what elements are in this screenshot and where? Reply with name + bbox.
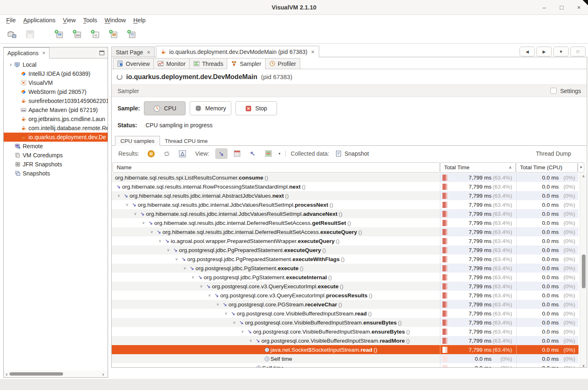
stop-sample-button[interactable]: Stop (235, 101, 277, 115)
row-name-cell[interactable]: Self time (112, 354, 440, 363)
row-name-cell[interactable]: ∨ ↘ org.postgresql.jdbc.PgStatement.exec… (112, 264, 440, 273)
table-row[interactable]: org.hibernate.sql.results.spi.ListResult… (112, 173, 579, 182)
scroll-tabs-right-button[interactable]: ▶ (536, 47, 552, 56)
menu-applications[interactable]: Applications (19, 16, 59, 24)
row-name-cell[interactable]: ∨ ↘ org.postgresql.jdbc.PgPreparedStatem… (112, 245, 440, 255)
vertical-scrollbar[interactable]: ∧ ∨ (580, 173, 587, 368)
table-row[interactable]: ∨ ↘ org.postgresql.core.v3.QueryExecutor… (112, 291, 579, 300)
table-row[interactable]: ∨ ↘ org.postgresql.jdbc.PgPreparedStatem… (112, 255, 579, 264)
tab-overview[interactable]: iOverview (113, 58, 154, 69)
refresh-results-button[interactable] (161, 148, 173, 159)
pause-results-button[interactable] (145, 148, 158, 159)
expander-chevron-icon[interactable]: ∨ (198, 284, 205, 288)
expander-chevron-icon[interactable]: ∨ (156, 239, 164, 243)
row-name-cell[interactable]: ∨ ↘ org.postgresql.core.VisibleBufferedI… (112, 327, 440, 336)
expander-chevron-icon[interactable]: ∨ (222, 311, 230, 315)
row-name-cell[interactable]: org.hibernate.sql.results.spi.ListResult… (112, 173, 440, 182)
tab-profiler[interactable]: Profiler (265, 58, 300, 69)
expander-chevron-icon[interactable]: ∨ (123, 203, 131, 207)
table-row[interactable]: ∨ ↘ org.postgresql.core.VisibleBufferedI… (112, 309, 579, 318)
take-thread-dump-icon[interactable]: 01 (90, 29, 101, 40)
row-name-cell[interactable]: ∨ ↘ org.hibernate.sql.results.jdbc.inter… (112, 227, 440, 236)
tab-thread-cpu-time[interactable]: Thread CPU time (160, 136, 213, 146)
take-heap-dump-icon[interactable] (108, 29, 119, 40)
row-name-cell[interactable]: ↘ org.hibernate.sql.results.internal.Row… (112, 182, 440, 191)
table-row[interactable]: ∨ ↘ org.postgresql.core.v3.QueryExecutor… (112, 282, 579, 291)
expander-chevron-icon[interactable]: ∨ (230, 320, 238, 325)
sidebar-item-remote[interactable]: Remote (4, 142, 108, 151)
expander-chevron-icon[interactable]: ∨ (115, 194, 122, 198)
close-tab-icon[interactable]: × (147, 49, 150, 56)
sidebar-item-com-intellij-database-remote-re[interactable]: com.intellij.database.remote.Re (4, 124, 108, 133)
scrollbar-thumb[interactable] (582, 255, 586, 288)
menu-file[interactable]: File (2, 16, 19, 24)
minimize-sidebar-icon[interactable] (99, 51, 104, 55)
table-row[interactable]: ∨ ↘ org.postgresql.core.VisibleBufferedI… (112, 336, 579, 345)
menu-window[interactable]: Window (101, 16, 130, 24)
row-name-cell[interactable]: ∨ ↘ io.agroal.pool.wrapper.PreparedState… (112, 236, 440, 245)
column-header-name[interactable]: Name (113, 162, 440, 173)
sidebar-item-vm-coredumps[interactable]: VM Coredumps (4, 151, 108, 160)
combined-view-button[interactable] (262, 148, 275, 159)
sidebar-item-io-quarkus-deployment-dev-de[interactable]: io.quarkus.deployment.dev.De (4, 133, 108, 142)
table-row[interactable]: ∨ ↘ org.postgresql.core.VisibleBufferedI… (112, 327, 579, 336)
menu-view[interactable]: View (59, 16, 80, 24)
column-chooser-button[interactable]: ▾ (578, 162, 584, 173)
close-sidebar-tab-icon[interactable]: × (42, 50, 46, 56)
cpu-sample-button[interactable]: CPU (144, 101, 186, 115)
doc-tab-io-quarkus-deployment-dev-devmod[interactable]: io.quarkus.deployment.dev.DevModeMain (p… (156, 46, 319, 57)
scrollbar-thumb[interactable] (9, 372, 63, 376)
row-name-cell[interactable]: ∨ ↘ org.hibernate.sql.results.jdbc.inter… (112, 209, 440, 218)
load-snapshot-icon[interactable] (7, 29, 17, 40)
sidebar-item-snapshots[interactable]: Snapshots (4, 169, 108, 178)
maximize-view-button[interactable]: □ (570, 47, 586, 56)
row-name-cell[interactable]: ∨ ↘ org.postgresql.core.v3.QueryExecutor… (112, 282, 440, 291)
maximize-button[interactable]: □ (558, 4, 565, 11)
row-name-cell[interactable]: ∨ ↘ org.postgresql.core.VisibleBufferedI… (112, 309, 440, 318)
scroll-left-icon[interactable]: ‹ (4, 371, 9, 377)
forward-calls-view-button[interactable]: ↘ (215, 148, 228, 159)
table-row-selected[interactable]: java.net.Socket$SocketInputStream.read (… (112, 345, 579, 354)
row-name-cell[interactable]: ∨ ↘ org.postgresql.core.v3.QueryExecutor… (112, 291, 440, 300)
sidebar-item-webstorm-pid-28057[interactable]: WebStorm (pid 28057) (4, 87, 108, 96)
table-row[interactable]: ∨ ↘ org.postgresql.core.PGStream.receive… (112, 300, 579, 309)
doc-tab-start-page[interactable]: Start Page× (111, 47, 155, 57)
sidebar-horizontal-scrollbar[interactable]: ‹ › (4, 371, 108, 377)
sidebar-item-org-jetbrains-jps-cmdline-laun[interactable]: org.jetbrains.jps.cmdline.Laun (4, 114, 108, 124)
row-name-cell[interactable]: ∨ ↘ org.hibernate.sql.results.jdbc.inter… (112, 191, 440, 200)
table-row[interactable]: ∨ ↘ org.hibernate.sql.results.jdbc.inter… (112, 218, 579, 227)
delta-results-button[interactable] (176, 148, 189, 159)
expander-chevron-icon[interactable]: ∨ (247, 339, 254, 343)
hotspots-table-view-button[interactable] (231, 148, 243, 159)
close-button[interactable]: × (576, 4, 582, 11)
row-name-cell[interactable]: ∨ ↘ org.postgresql.jdbc.PgPreparedStatem… (112, 255, 440, 264)
scroll-down-icon[interactable]: ∨ (580, 362, 587, 368)
table-row[interactable]: ∨ ↘ org.hibernate.sql.results.jdbc.inter… (112, 191, 579, 200)
sidebar-item-surefirebooter10391459062201[interactable]: surefirebooter10391459062201 (4, 96, 108, 105)
table-row[interactable]: ∨ ↘ org.postgresql.jdbc.PgStatement.exec… (112, 264, 579, 273)
expander-chevron-icon[interactable]: ∨ (173, 257, 180, 261)
table-row[interactable]: ∨ ↘ io.agroal.pool.wrapper.PreparedState… (112, 236, 579, 245)
column-header-total-time[interactable]: Total Time∧ (440, 162, 516, 173)
add-jmx-connection-icon[interactable]: JMX (72, 29, 82, 40)
expander-chevron-icon[interactable]: ∨ (189, 275, 197, 279)
add-application-icon[interactable] (54, 29, 64, 40)
sidebar-item-apache-maven-pid-67219[interactable]: maApache Maven (pid 67219) (4, 105, 108, 114)
table-row[interactable]: ∨ ↘ org.hibernate.sql.results.jdbc.inter… (112, 227, 579, 236)
reverse-calls-view-button[interactable]: ↖ (247, 148, 259, 159)
sidebar-item-local[interactable]: ∨Local (4, 60, 108, 69)
expander-chevron-icon[interactable]: ∨ (148, 230, 155, 234)
table-row[interactable]: Self time 0.0 ms (0%) 0.0 ms (0%) (112, 354, 579, 363)
memory-sample-button[interactable]: Memory (190, 101, 231, 115)
expander-chevron-icon[interactable]: ∨ (8, 63, 14, 67)
row-name-cell[interactable]: ∨ ↘ org.postgresql.core.PGStream.receive… (112, 300, 440, 309)
tab-applications[interactable]: Applications × (3, 47, 49, 58)
settings-checkbox[interactable] (550, 88, 557, 94)
take-snapshot-icon[interactable] (126, 29, 137, 40)
table-row[interactable]: ∨ ↘ org.postgresql.jdbc.PgPreparedStatem… (112, 245, 579, 255)
table-row[interactable]: ↘ org.hibernate.sql.results.internal.Row… (112, 182, 579, 191)
row-name-cell[interactable]: ∨ ↘ org.hibernate.sql.results.jdbc.inter… (112, 218, 440, 227)
scroll-right-icon[interactable]: › (100, 371, 106, 377)
table-row[interactable]: Self time 0.0 ms (0%) 0.0 ms (0%) (112, 363, 579, 368)
tab-threads[interactable]: Threads (189, 58, 227, 69)
